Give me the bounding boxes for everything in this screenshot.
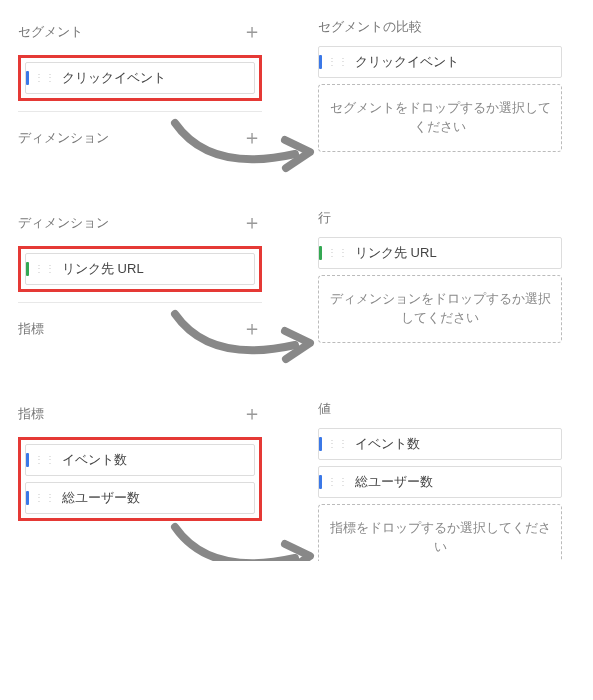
- plus-icon[interactable]: ＋: [242, 315, 262, 342]
- segment-drop-zone[interactable]: セグメントをドロップするか選択してください: [318, 84, 562, 152]
- drag-handle-icon[interactable]: ⋮⋮: [29, 75, 62, 81]
- segment-compare-header: セグメントの比較: [318, 10, 562, 46]
- drag-handle-icon[interactable]: ⋮⋮: [322, 441, 355, 447]
- source-panel-1: セグメント ＋ ⋮⋮ クリックイベント ディメンション ＋: [0, 0, 280, 171]
- drag-handle-icon[interactable]: ⋮⋮: [322, 479, 355, 485]
- dimension-label: ディメンション: [18, 129, 109, 147]
- target-chip-2[interactable]: ⋮⋮ 総ユーザー数: [318, 466, 562, 498]
- segment-highlight-box: ⋮⋮ クリックイベント: [18, 55, 262, 101]
- segment-label: セグメント: [18, 23, 83, 41]
- dimension-chip[interactable]: ⋮⋮ リンク先 URL: [25, 253, 255, 285]
- metric-header-2: 指標 ＋: [18, 392, 262, 437]
- value-label: 値: [318, 400, 331, 418]
- dimension-highlight-box: ⋮⋮ リンク先 URL: [18, 246, 262, 292]
- row-header: 行: [318, 201, 562, 237]
- chip-label: 総ユーザー数: [62, 489, 140, 507]
- drag-handle-icon[interactable]: ⋮⋮: [322, 250, 355, 256]
- drag-handle-icon[interactable]: ⋮⋮: [29, 457, 62, 463]
- plus-icon[interactable]: ＋: [242, 400, 262, 427]
- source-panel-3: 指標 ＋ ⋮⋮ イベント数 ⋮⋮ 総ユーザー数: [0, 382, 280, 541]
- metric-label: 指標: [18, 405, 44, 423]
- metric-drop-zone[interactable]: 指標をドロップするか選択してください: [318, 504, 562, 561]
- chip-label: クリックイベント: [355, 53, 459, 71]
- chip-label: 総ユーザー数: [355, 473, 433, 491]
- separator: [18, 111, 262, 112]
- drag-handle-icon[interactable]: ⋮⋮: [322, 59, 355, 65]
- dimension-drop-zone[interactable]: ディメンションをドロップするか選択してください: [318, 275, 562, 343]
- segment-header: セグメント ＋: [18, 10, 262, 55]
- drag-handle-icon[interactable]: ⋮⋮: [29, 495, 62, 501]
- dimension-label: ディメンション: [18, 214, 109, 232]
- target-chip[interactable]: ⋮⋮ クリックイベント: [318, 46, 562, 78]
- target-chip-1[interactable]: ⋮⋮ イベント数: [318, 428, 562, 460]
- plus-icon[interactable]: ＋: [242, 209, 262, 236]
- source-panel-2: ディメンション ＋ ⋮⋮ リンク先 URL 指標 ＋: [0, 191, 280, 362]
- separator: [18, 302, 262, 303]
- plus-icon[interactable]: ＋: [242, 18, 262, 45]
- target-panel-2: 行 ⋮⋮ リンク先 URL ディメンションをドロップするか選択してください: [300, 191, 580, 353]
- drag-handle-icon[interactable]: ⋮⋮: [29, 266, 62, 272]
- metric-chip-2[interactable]: ⋮⋮ 総ユーザー数: [25, 482, 255, 514]
- target-panel-3: 値 ⋮⋮ イベント数 ⋮⋮ 総ユーザー数 指標をドロップするか選択してください: [300, 382, 580, 561]
- chip-label: リンク先 URL: [62, 260, 144, 278]
- target-panel-1: セグメントの比較 ⋮⋮ クリックイベント セグメントをドロップするか選択してくだ…: [300, 0, 580, 162]
- target-chip[interactable]: ⋮⋮ リンク先 URL: [318, 237, 562, 269]
- dimension-header: ディメンション ＋: [18, 116, 262, 161]
- value-header: 値: [318, 392, 562, 428]
- chip-label: イベント数: [62, 451, 127, 469]
- segment-compare-label: セグメントの比較: [318, 18, 422, 36]
- metric-label: 指標: [18, 320, 44, 338]
- metric-highlight-box: ⋮⋮ イベント数 ⋮⋮ 総ユーザー数: [18, 437, 262, 521]
- metric-chip-1[interactable]: ⋮⋮ イベント数: [25, 444, 255, 476]
- chip-label: イベント数: [355, 435, 420, 453]
- segment-chip[interactable]: ⋮⋮ クリックイベント: [25, 62, 255, 94]
- plus-icon[interactable]: ＋: [242, 124, 262, 151]
- chip-label: リンク先 URL: [355, 244, 437, 262]
- chip-label: クリックイベント: [62, 69, 166, 87]
- metric-header: 指標 ＋: [18, 307, 262, 352]
- row-label: 行: [318, 209, 331, 227]
- dimension-header-2: ディメンション ＋: [18, 201, 262, 246]
